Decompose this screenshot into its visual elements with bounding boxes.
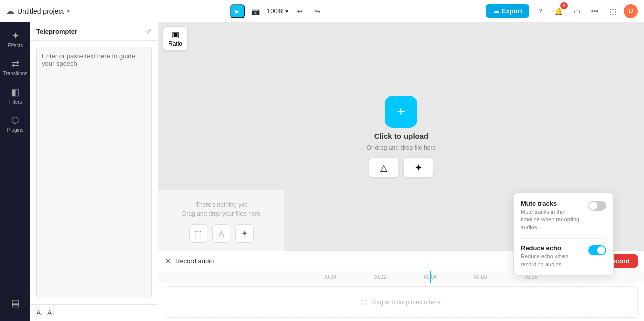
upload-title: Click to upload xyxy=(374,132,429,140)
main-layout: ✦ Effects ⇄ Transitions ◧ Filters ⬡ Plug… xyxy=(0,22,644,321)
timeline-drop-zone[interactable]: ⬚ Drag and drop media here xyxy=(165,286,638,318)
topbar-center: ▶ 📷 100% ▾ ↩ ↪ xyxy=(74,4,481,18)
mute-tracks-title: Mute tracks xyxy=(521,200,584,207)
upload-services: △ ✦ xyxy=(369,157,433,178)
upload-button[interactable]: + xyxy=(385,96,417,128)
text-increase-button[interactable]: A+ xyxy=(47,309,56,317)
sidebar-item-captions[interactable]: ▤ xyxy=(2,294,28,313)
ruler-mark-1: 00:02 xyxy=(355,274,405,280)
drop-zone-label: Drag and drop media here xyxy=(370,299,441,306)
left-sidebar: ✦ Effects ⇄ Transitions ◧ Filters ⬡ Plug… xyxy=(0,22,30,321)
dropbox-upload-button[interactable]: ✦ xyxy=(403,157,433,178)
ratio-icon: ▣ xyxy=(172,30,179,39)
export-button[interactable]: ☁ Export xyxy=(486,4,529,18)
drive-button[interactable]: △ xyxy=(212,224,230,243)
help-button[interactable]: ? xyxy=(533,4,547,18)
export-label: Export xyxy=(502,7,522,15)
media-upload-buttons: ⬚ △ ✦ xyxy=(189,224,254,243)
sidebar-item-transitions[interactable]: ⇄ Transitions xyxy=(2,54,28,81)
effects-icon: ✦ xyxy=(12,30,19,41)
transitions-label: Transitions xyxy=(3,71,28,76)
topbar-right: ☁ Export ? 🔔 1 ▭ ••• ⬚ U xyxy=(486,4,638,18)
popup-divider xyxy=(521,238,606,239)
avatar[interactable]: U xyxy=(624,4,638,18)
mute-tracks-text: Mute tracks Mute tracks in the timeline … xyxy=(521,200,584,231)
project-name[interactable]: Untitled project xyxy=(17,7,64,15)
topbar-left: ☁ Untitled project ▾ xyxy=(6,6,70,16)
captions-icon: ▤ xyxy=(11,298,20,309)
upload-subtitle: Or drag and drop file here xyxy=(367,144,436,151)
reduce-echo-text: Reduce echo Reduce echo when recording a… xyxy=(521,244,584,268)
record-audio-close-button[interactable]: ✕ xyxy=(165,256,171,266)
teleprompter-title: Teleprompter xyxy=(36,28,77,35)
mute-tracks-row: Mute tracks Mute tracks in the timeline … xyxy=(521,200,606,231)
teleprompter-panel: Teleprompter ⤢ A- A+ xyxy=(30,22,158,321)
mute-tracks-toggle[interactable] xyxy=(588,201,606,211)
mute-tracks-section: Mute tracks Mute tracks in the timeline … xyxy=(521,200,606,231)
notification-wrapper: 🔔 1 xyxy=(551,4,566,18)
reduce-echo-desc: Reduce echo when recording audios. xyxy=(521,253,584,268)
mute-tracks-desc: Mute tracks in the timeline when recordi… xyxy=(521,208,584,231)
zoom-level: 100% xyxy=(267,7,283,15)
teleprompter-input[interactable] xyxy=(36,47,152,298)
sidebar-item-plugins[interactable]: ⬡ Plugins xyxy=(2,111,28,137)
ratio-label: Ratio xyxy=(168,40,182,47)
empty-state-text: There's nothing yet Drag and drop your f… xyxy=(182,200,260,218)
ratio-button[interactable]: ▣ Ratio xyxy=(163,26,188,51)
play-button[interactable]: ▶ xyxy=(230,4,245,18)
screen-record-button[interactable]: ⬚ xyxy=(189,224,207,243)
effects-label: Effects xyxy=(8,43,23,48)
cloud-icon: ☁ xyxy=(6,6,14,16)
filters-label: Filters xyxy=(8,99,22,105)
timeline-tracks: ⬚ Drag and drop media here xyxy=(158,283,644,321)
plugins-label: Plugins xyxy=(7,127,24,133)
layout-button[interactable]: ⬚ xyxy=(606,4,620,18)
ruler-mark-3: 00:06 xyxy=(455,274,506,280)
dropbox-button[interactable]: ✦ xyxy=(235,224,254,243)
timeline-playhead xyxy=(430,271,431,283)
teleprompter-footer: A- A+ xyxy=(30,304,158,321)
ruler-mark-0: 00:00 xyxy=(304,274,355,280)
zoom-control[interactable]: 100% ▾ xyxy=(267,7,289,15)
sidebar-item-effects[interactable]: ✦ Effects xyxy=(2,26,28,52)
reduce-echo-row: Reduce echo Reduce echo when recording a… xyxy=(521,244,606,268)
filters-icon: ◧ xyxy=(11,87,20,98)
transitions-icon: ⇄ xyxy=(12,58,19,69)
media-panel: There's nothing yet Drag and drop your f… xyxy=(158,190,284,251)
mute-popup: Mute tracks Mute tracks in the timeline … xyxy=(513,192,614,276)
reduce-echo-title: Reduce echo xyxy=(521,244,584,252)
drive-upload-button[interactable]: △ xyxy=(369,157,399,178)
drop-zone-icon: ⬚ xyxy=(362,299,367,306)
notification-badge: 1 xyxy=(560,2,568,9)
upload-area: + Click to upload Or drag and drop file … xyxy=(367,96,436,178)
redo-button[interactable]: ↪ xyxy=(311,4,325,18)
reduce-echo-section: Reduce echo Reduce echo when recording a… xyxy=(521,244,606,268)
content-panel: ▣ Ratio + Click to upload Or drag and dr… xyxy=(158,22,644,321)
reduce-echo-toggle[interactable] xyxy=(588,245,606,255)
cast-button[interactable]: ▭ xyxy=(570,4,584,18)
undo-button[interactable]: ↩ xyxy=(293,4,307,18)
text-decrease-button[interactable]: A- xyxy=(36,309,43,317)
project-chevron-icon[interactable]: ▾ xyxy=(67,8,70,15)
screenshot-button[interactable]: 📷 xyxy=(249,4,263,18)
sidebar-item-filters[interactable]: ◧ Filters xyxy=(2,83,28,109)
teleprompter-header: Teleprompter ⤢ xyxy=(30,22,158,41)
topbar: ☁ Untitled project ▾ ▶ 📷 100% ▾ ↩ ↪ ☁ Ex… xyxy=(0,0,644,22)
export-cloud-icon: ☁ xyxy=(493,7,499,15)
zoom-chevron-icon: ▾ xyxy=(285,7,289,15)
record-audio-label: Record audio xyxy=(175,257,214,265)
teleprompter-close-button[interactable]: ⤢ xyxy=(146,27,152,35)
more-options-button[interactable]: ••• xyxy=(588,4,602,18)
plugins-icon: ⬡ xyxy=(11,115,19,126)
